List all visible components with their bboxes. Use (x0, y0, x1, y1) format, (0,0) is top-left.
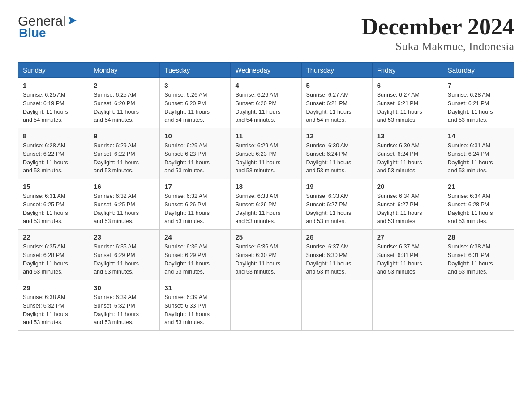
day-number: 30 (94, 284, 155, 291)
day-info: Sunrise: 6:32 AM Sunset: 6:25 PM Dayligh… (94, 192, 155, 226)
calendar-cell: 11 Sunrise: 6:29 AM Sunset: 6:23 PM Dayl… (231, 128, 301, 179)
calendar-week-row: 1 Sunrise: 6:25 AM Sunset: 6:19 PM Dayli… (18, 78, 514, 128)
day-info: Sunrise: 6:31 AM Sunset: 6:24 PM Dayligh… (448, 141, 509, 175)
calendar-cell: 10 Sunrise: 6:29 AM Sunset: 6:23 PM Dayl… (160, 128, 231, 179)
daylight-line2: and 53 minutes. (306, 269, 346, 275)
sunset-line: Sunset: 6:29 PM (164, 252, 206, 258)
calendar-cell (372, 280, 443, 331)
daylight-line1: Daylight: 11 hours (306, 261, 352, 267)
calendar-week-row: 29 Sunrise: 6:38 AM Sunset: 6:32 PM Dayl… (18, 280, 514, 331)
daylight-line1: Daylight: 11 hours (235, 159, 280, 166)
daylight-line2: and 53 minutes. (23, 218, 63, 224)
daylight-line2: and 53 minutes. (377, 269, 417, 275)
day-info: Sunrise: 6:39 AM Sunset: 6:32 PM Dayligh… (94, 293, 155, 327)
sunset-line: Sunset: 6:25 PM (94, 201, 135, 208)
sunrise-line: Sunrise: 6:25 AM (23, 92, 65, 98)
calendar-cell: 13 Sunrise: 6:30 AM Sunset: 6:24 PM Dayl… (372, 128, 443, 179)
sunrise-line: Sunrise: 6:35 AM (94, 244, 136, 250)
logo: General Blue (18, 13, 78, 40)
daylight-line1: Daylight: 11 hours (23, 261, 68, 267)
sunrise-line: Sunrise: 6:29 AM (235, 142, 278, 149)
day-info: Sunrise: 6:27 AM Sunset: 6:21 PM Dayligh… (306, 91, 368, 124)
sunrise-line: Sunrise: 6:27 AM (377, 92, 420, 98)
calendar-cell: 12 Sunrise: 6:30 AM Sunset: 6:24 PM Dayl… (301, 128, 372, 179)
day-info: Sunrise: 6:29 AM Sunset: 6:23 PM Dayligh… (235, 141, 296, 175)
sunset-line: Sunset: 6:30 PM (235, 252, 276, 258)
sunset-line: Sunset: 6:32 PM (23, 303, 64, 309)
calendar-cell: 27 Sunrise: 6:37 AM Sunset: 6:31 PM Dayl… (372, 230, 443, 280)
sunrise-line: Sunrise: 6:28 AM (23, 142, 65, 149)
daylight-line2: and 53 minutes. (94, 269, 133, 275)
day-number: 24 (164, 233, 226, 241)
daylight-line2: and 53 minutes. (448, 167, 488, 174)
day-number: 19 (306, 183, 368, 190)
daylight-line2: and 53 minutes. (164, 218, 204, 224)
daylight-line1: Daylight: 11 hours (164, 210, 210, 216)
calendar-cell: 20 Sunrise: 6:34 AM Sunset: 6:27 PM Dayl… (372, 179, 443, 230)
sunset-line: Sunset: 6:22 PM (23, 151, 64, 157)
sunrise-line: Sunrise: 6:39 AM (94, 294, 136, 300)
daylight-line2: and 53 minutes. (377, 117, 417, 123)
daylight-line1: Daylight: 11 hours (377, 109, 422, 115)
daylight-line2: and 53 minutes. (377, 167, 417, 174)
logo-blue-text: Blue (19, 26, 46, 40)
daylight-line2: and 53 minutes. (235, 269, 275, 275)
day-info: Sunrise: 6:38 AM Sunset: 6:31 PM Dayligh… (448, 243, 509, 276)
daylight-line2: and 53 minutes. (23, 269, 63, 275)
weekday-header-thursday: Thursday (301, 63, 372, 78)
day-number: 28 (448, 233, 509, 241)
daylight-line2: and 53 minutes. (164, 319, 204, 325)
day-number: 17 (164, 183, 226, 190)
day-number: 10 (164, 132, 226, 140)
sunset-line: Sunset: 6:25 PM (23, 201, 64, 208)
daylight-line2: and 53 minutes. (448, 117, 488, 123)
daylight-line1: Daylight: 11 hours (94, 159, 139, 166)
day-number: 6 (377, 81, 438, 89)
calendar-cell: 3 Sunrise: 6:26 AM Sunset: 6:20 PM Dayli… (160, 78, 231, 128)
sunset-line: Sunset: 6:19 PM (23, 100, 64, 107)
calendar-cell: 9 Sunrise: 6:29 AM Sunset: 6:22 PM Dayli… (89, 128, 160, 179)
daylight-line1: Daylight: 11 hours (164, 159, 210, 166)
daylight-line2: and 53 minutes. (235, 167, 275, 174)
day-number: 8 (23, 132, 84, 140)
day-number: 22 (23, 233, 84, 241)
calendar-cell: 22 Sunrise: 6:35 AM Sunset: 6:28 PM Dayl… (18, 230, 89, 280)
sunrise-line: Sunrise: 6:37 AM (377, 244, 420, 250)
sunset-line: Sunset: 6:33 PM (164, 303, 206, 309)
calendar-header-row: SundayMondayTuesdayWednesdayThursdayFrid… (18, 63, 514, 78)
day-info: Sunrise: 6:31 AM Sunset: 6:25 PM Dayligh… (23, 192, 84, 226)
daylight-line1: Daylight: 11 hours (448, 210, 493, 216)
calendar-cell: 15 Sunrise: 6:31 AM Sunset: 6:25 PM Dayl… (18, 179, 89, 230)
day-number: 16 (94, 183, 155, 190)
day-info: Sunrise: 6:28 AM Sunset: 6:21 PM Dayligh… (448, 91, 509, 124)
daylight-line2: and 53 minutes. (23, 167, 63, 174)
calendar-cell: 25 Sunrise: 6:36 AM Sunset: 6:30 PM Dayl… (231, 230, 301, 280)
day-info: Sunrise: 6:25 AM Sunset: 6:19 PM Dayligh… (23, 91, 84, 124)
sunset-line: Sunset: 6:31 PM (448, 252, 489, 258)
day-number: 1 (23, 81, 84, 89)
sunset-line: Sunset: 6:23 PM (235, 151, 276, 157)
daylight-line1: Daylight: 11 hours (377, 261, 422, 267)
calendar-cell (443, 280, 514, 331)
sunrise-line: Sunrise: 6:33 AM (235, 193, 278, 199)
day-info: Sunrise: 6:37 AM Sunset: 6:30 PM Dayligh… (306, 243, 368, 276)
day-info: Sunrise: 6:36 AM Sunset: 6:29 PM Dayligh… (164, 243, 226, 276)
sunset-line: Sunset: 6:23 PM (164, 151, 206, 157)
sunrise-line: Sunrise: 6:32 AM (164, 193, 207, 199)
calendar-cell: 26 Sunrise: 6:37 AM Sunset: 6:30 PM Dayl… (301, 230, 372, 280)
day-number: 9 (94, 132, 155, 140)
weekday-header-friday: Friday (372, 63, 443, 78)
calendar-cell: 31 Sunrise: 6:39 AM Sunset: 6:33 PM Dayl… (160, 280, 231, 331)
daylight-line1: Daylight: 11 hours (235, 109, 280, 115)
day-info: Sunrise: 6:33 AM Sunset: 6:26 PM Dayligh… (235, 192, 296, 226)
calendar-cell (231, 280, 301, 331)
daylight-line2: and 53 minutes. (94, 167, 133, 174)
day-info: Sunrise: 6:35 AM Sunset: 6:28 PM Dayligh… (23, 243, 84, 276)
day-number: 27 (377, 233, 438, 241)
weekday-header-sunday: Sunday (18, 63, 89, 78)
day-info: Sunrise: 6:32 AM Sunset: 6:26 PM Dayligh… (164, 192, 226, 226)
daylight-line1: Daylight: 11 hours (306, 109, 352, 115)
daylight-line1: Daylight: 11 hours (448, 159, 493, 166)
sunset-line: Sunset: 6:24 PM (448, 151, 489, 157)
daylight-line1: Daylight: 11 hours (164, 109, 210, 115)
